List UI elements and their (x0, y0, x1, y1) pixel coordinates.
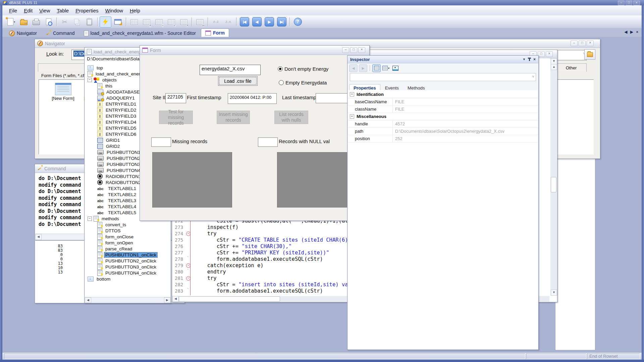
insert-missing-button[interactable]: Insert missing records (217, 111, 250, 124)
inspector-back-button[interactable]: ◀ (349, 64, 358, 72)
property-row-handle[interactable]: handle4572 (348, 120, 538, 128)
tab-command[interactable]: Command (42, 29, 79, 37)
nulls-count-field[interactable] (258, 137, 278, 147)
editor-vscrollbar[interactable]: ▼ ▲ ▼ (550, 58, 557, 296)
navigator-tab-other[interactable]: Other (556, 63, 587, 72)
inspector-categorized-button[interactable]: ▾ (382, 65, 390, 72)
design-table-button[interactable] (112, 16, 124, 27)
property-row-classname[interactable]: classNameFILE (348, 106, 538, 113)
inspector-object-combo[interactable]: ˅ (350, 73, 536, 81)
dont-empty-radio[interactable] (278, 66, 283, 71)
navigator-maximize-button[interactable]: □ (579, 41, 586, 46)
menu-edit[interactable]: Edit (20, 6, 36, 15)
table-delete-row-button[interactable]: − (153, 16, 165, 27)
open-file-button[interactable] (18, 16, 30, 27)
nav-first-button[interactable]: |◀ (238, 16, 250, 27)
scroll-right-icon[interactable]: ▶ (164, 297, 170, 303)
tab-form[interactable]: Form (201, 28, 229, 37)
tree-item-convert-ts[interactable]: convert_ts (85, 222, 170, 228)
new-form-thumbnail[interactable] (55, 83, 71, 95)
property-row-baseclassname[interactable]: baseClassNameFILE (348, 98, 538, 106)
table-add-row-button[interactable]: + (141, 16, 152, 27)
tree-item-parse-cread[interactable]: parse_cRead (85, 246, 170, 252)
inspector-close-icon[interactable]: × (533, 57, 536, 62)
missing-records-grid[interactable] (152, 152, 232, 207)
app-close-button[interactable]: × (633, 1, 640, 5)
tab-scroll-left-icon[interactable]: ◀ (625, 30, 627, 34)
copy-button[interactable] (71, 16, 83, 27)
editor-maximize-button[interactable]: □ (538, 51, 545, 57)
scroll-up-icon[interactable]: ▲ (551, 64, 557, 70)
tree-item-pushbutton2-onclick[interactable]: PUSHBUTTON2_onClick (85, 258, 170, 264)
table-find-button[interactable]: ∞ (194, 16, 206, 27)
navigator-right-combo[interactable]: ˅ (554, 50, 587, 60)
tree-item-bottom[interactable]: bottom (85, 276, 170, 282)
category-identification[interactable]: −Identification (348, 91, 538, 98)
tree-item-pushbutton3-onclick[interactable]: PUSHBUTTON3_onClick (85, 264, 170, 270)
editor-hscroll-thumb[interactable] (179, 296, 280, 302)
navigator-minimize-button[interactable]: – (571, 41, 578, 46)
inspector-forward-button[interactable]: ▶ (359, 64, 367, 72)
nav-last-button[interactable]: ▶| (276, 16, 287, 27)
print-button[interactable] (30, 16, 42, 27)
cut-button[interactable]: ✂ (59, 16, 70, 27)
nav-next-button[interactable]: ▶ (263, 16, 275, 27)
navigator-close-button[interactable]: × (587, 41, 594, 46)
collapse-icon[interactable]: − (350, 92, 354, 97)
nav-prev-button[interactable]: ◀ (251, 16, 263, 27)
table-button[interactable] (128, 16, 140, 27)
scroll-left-icon[interactable]: ◀ (85, 297, 91, 303)
app-maximize-button[interactable]: □ (626, 1, 632, 5)
tree-hscrollbar[interactable]: ◀ ▶ (85, 297, 170, 303)
menu-properties[interactable]: Properties (72, 6, 102, 15)
tab-navigator[interactable]: Navigator (5, 29, 41, 37)
split-editor-icon[interactable]: ▼ (551, 58, 557, 64)
collapse-icon[interactable]: − (88, 78, 92, 82)
print-preview-button[interactable] (43, 16, 54, 27)
inspector-grid-view-button[interactable] (372, 64, 381, 72)
category-miscellaneous[interactable]: −Miscellaneous (348, 113, 538, 120)
scroll-left-icon[interactable]: ◀ (35, 234, 42, 240)
missing-count-field[interactable] (151, 137, 171, 147)
help-button[interactable]: ? (292, 16, 304, 27)
inspector-expand-button[interactable] (391, 64, 399, 72)
empty-radio[interactable] (279, 80, 284, 85)
scroll-left-icon[interactable]: ◀ (172, 296, 179, 302)
form-close-button[interactable]: × (358, 47, 365, 53)
form-title-bar[interactable]: Form – □ × (140, 46, 369, 55)
table-commit-button[interactable]: ✓ (165, 16, 177, 27)
editor-close-button[interactable]: × (546, 51, 553, 57)
sort-az-button[interactable]: A↓Z (210, 16, 222, 27)
fold-icon[interactable]: − (186, 231, 191, 237)
file-item-new-form[interactable]: [New Form] (48, 96, 78, 101)
inspector-menu-icon[interactable]: ▼ (523, 58, 526, 61)
inspector-pin-icon[interactable] (529, 58, 530, 61)
load-csv-button[interactable]: Load .csv file (218, 76, 258, 86)
menu-view[interactable]: View (36, 6, 53, 15)
fold-icon[interactable]: − (186, 275, 191, 282)
tab-load-and-check-energydata1-wfm-source-editor[interactable]: load_and_check_energydata1.wfm - Source … (80, 29, 200, 37)
menu-help[interactable]: Help (126, 6, 144, 15)
collapse-icon[interactable]: − (88, 217, 92, 221)
tab-scroll-right-icon[interactable]: ▶ (630, 30, 633, 34)
form-minimize-button[interactable]: – (342, 47, 349, 53)
tree-item-form-onopen[interactable]: form_onOpen (85, 240, 170, 246)
browse-folder-button[interactable] (584, 49, 595, 60)
sort-za-button[interactable]: Z↓A (222, 16, 234, 27)
collapse-icon[interactable]: − (350, 114, 354, 119)
nulls-records-grid[interactable] (277, 152, 352, 207)
tree-item-form-onclose[interactable]: form_onClose (85, 234, 170, 240)
property-row-position[interactable]: position252 (348, 135, 538, 142)
editor-vscroll-thumb[interactable] (551, 177, 556, 192)
new-file-button[interactable]: ▾ (5, 16, 17, 27)
app-minimize-button[interactable]: – (618, 1, 625, 5)
tab-close-icon[interactable]: × (636, 30, 638, 34)
paste-button[interactable] (84, 16, 95, 27)
menu-table[interactable]: Table (53, 6, 72, 15)
run-button[interactable] (100, 16, 111, 27)
tree-item-pushbutton4-onclick[interactable]: PUSHBUTTON4_onClick (85, 270, 170, 276)
menu-file[interactable]: File (6, 6, 20, 15)
filename-field[interactable]: energydata2_X.csv (200, 65, 261, 75)
tree-item-pushbutton1-onclick[interactable]: PUSHBUTTON1_onClick (85, 252, 170, 258)
menu-window[interactable]: Window (102, 6, 126, 15)
